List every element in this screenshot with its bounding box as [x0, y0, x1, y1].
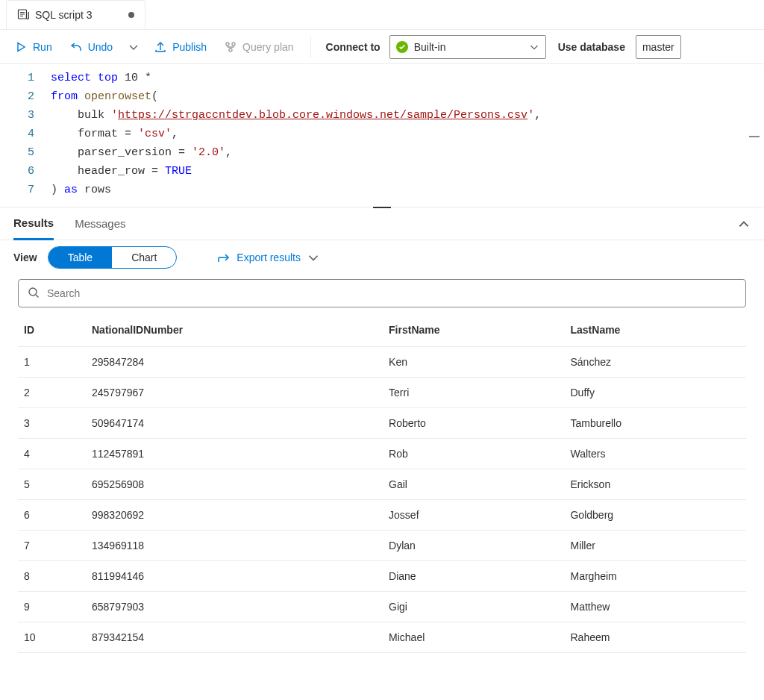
table-cell: 695256908 — [86, 469, 383, 500]
status-ok-icon — [396, 41, 408, 53]
table-cell: 134969118 — [86, 531, 383, 561]
search-container — [0, 275, 764, 313]
table-cell: Gail — [383, 469, 564, 500]
svg-point-3 — [229, 49, 232, 51]
export-results-button[interactable]: Export results — [217, 251, 320, 264]
undo-button[interactable]: Undo — [63, 37, 120, 57]
separator — [310, 37, 311, 57]
table-cell: Goldberg — [564, 500, 746, 531]
table-cell: 6 — [18, 500, 86, 531]
connection-dropdown[interactable]: Built-in — [389, 35, 546, 59]
table-cell: Margheim — [564, 561, 746, 592]
table-cell: Miller — [564, 531, 746, 561]
column-header[interactable]: ID — [18, 313, 86, 347]
table-cell: 5 — [18, 469, 86, 500]
undo-dropdown[interactable] — [123, 37, 144, 57]
table-cell: 245797967 — [86, 378, 383, 408]
column-header[interactable]: NationalIDNumber — [86, 313, 383, 347]
table-cell: Erickson — [564, 469, 746, 500]
export-icon — [217, 251, 231, 264]
table-cell: 879342154 — [86, 622, 383, 653]
tab-results[interactable]: Results — [13, 208, 54, 240]
table-row[interactable]: 10879342154MichaelRaheem — [18, 622, 746, 653]
table-cell: Matthew — [564, 592, 746, 622]
scrollbar-marker — [749, 136, 760, 137]
table-cell: Duffy — [564, 378, 746, 408]
table-cell: Walters — [564, 439, 746, 469]
use-database-label: Use database — [558, 41, 625, 53]
view-toggle: Table Chart — [48, 246, 178, 269]
table-cell: 9 — [18, 592, 86, 622]
table-row[interactable]: 8811994146DianeMargheim — [18, 561, 746, 592]
table-cell: Raheem — [564, 622, 746, 653]
table-row[interactable]: 4112457891RobWalters — [18, 439, 746, 469]
table-row[interactable]: 5695256908GailErickson — [18, 469, 746, 500]
svg-point-1 — [226, 43, 229, 46]
queryplan-button: Query plan — [217, 37, 301, 57]
view-chart[interactable]: Chart — [112, 247, 176, 268]
table-cell: Dylan — [383, 531, 564, 561]
view-label: View — [13, 251, 37, 263]
table-cell: 811994146 — [86, 561, 383, 592]
tab-title: SQL script 3 — [35, 9, 93, 21]
run-label: Run — [33, 41, 52, 53]
table-cell: Gigi — [383, 592, 564, 622]
table-cell: 509647174 — [86, 408, 383, 439]
line-gutter: 1234567 — [0, 69, 51, 199]
table-cell: Terri — [383, 378, 564, 408]
table-cell: Diane — [383, 561, 564, 592]
view-table[interactable]: Table — [48, 247, 112, 268]
table-cell: 7 — [18, 531, 86, 561]
table-row[interactable]: 7134969118DylanMiller — [18, 531, 746, 561]
svg-point-2 — [232, 43, 235, 46]
table-cell: 1 — [18, 347, 86, 378]
table-header-row: IDNationalIDNumberFirstNameLastName — [18, 313, 746, 347]
queryplan-label: Query plan — [242, 41, 293, 53]
search-field[interactable] — [18, 279, 746, 307]
svg-point-4 — [29, 288, 37, 296]
column-header[interactable]: LastName — [564, 313, 746, 347]
table-cell: 112457891 — [86, 439, 383, 469]
table-cell: 4 — [18, 439, 86, 469]
search-icon — [28, 287, 40, 301]
table-cell: Michael — [383, 622, 564, 653]
table-row[interactable]: 2245797967TerriDuffy — [18, 378, 746, 408]
table-cell: 3 — [18, 408, 86, 439]
undo-label: Undo — [88, 41, 113, 53]
search-input[interactable] — [47, 287, 736, 299]
table-row[interactable]: 1295847284KenSánchez — [18, 347, 746, 378]
table-cell: 295847284 — [86, 347, 383, 378]
database-dropdown[interactable]: master — [636, 35, 681, 59]
results-panel-tabs: Results Messages — [0, 207, 764, 240]
sql-editor[interactable]: 1234567 select top 10 *from openrowset( … — [0, 64, 764, 207]
table-cell: 998320692 — [86, 500, 383, 531]
script-icon — [17, 8, 29, 22]
table-row[interactable]: 3509647174RobertoTamburello — [18, 408, 746, 439]
run-button[interactable]: Run — [7, 37, 60, 57]
file-tab[interactable]: SQL script 3 — [6, 0, 145, 29]
file-tab-bar: SQL script 3 — [0, 0, 764, 30]
export-label: Export results — [237, 251, 301, 263]
table-body: 1295847284KenSánchez2245797967TerriDuffy… — [18, 347, 746, 653]
table-cell: Roberto — [383, 408, 564, 439]
chevron-down-icon — [529, 42, 539, 52]
column-header[interactable]: FirstName — [383, 313, 564, 347]
table-cell: 2 — [18, 378, 86, 408]
table-row[interactable]: 6998320692JossefGoldberg — [18, 500, 746, 531]
connection-value: Built-in — [414, 41, 446, 53]
table-cell: 658797903 — [86, 592, 383, 622]
database-value: master — [642, 41, 674, 53]
code-area[interactable]: select top 10 *from openrowset( bulk 'ht… — [51, 69, 764, 199]
results-grid: IDNationalIDNumberFirstNameLastName 1295… — [0, 313, 764, 665]
publish-label: Publish — [172, 41, 207, 53]
table-row[interactable]: 9658797903GigiMatthew — [18, 592, 746, 622]
table-cell: 10 — [18, 622, 86, 653]
collapse-panel-button[interactable] — [737, 218, 751, 234]
table-cell: Rob — [383, 439, 564, 469]
table-cell: Jossef — [383, 500, 564, 531]
table-cell: Tamburello — [564, 408, 746, 439]
publish-button[interactable]: Publish — [147, 37, 214, 57]
table-cell: Sánchez — [564, 347, 746, 378]
results-toolbar: View Table Chart Export results — [0, 240, 764, 275]
tab-messages[interactable]: Messages — [75, 207, 125, 240]
